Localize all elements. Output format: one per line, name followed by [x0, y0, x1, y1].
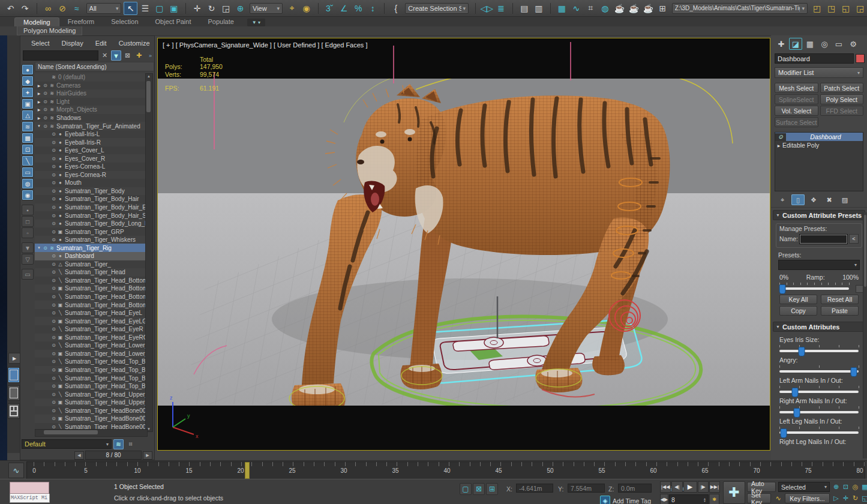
- node-type-icon[interactable]: ▣: [57, 286, 64, 291]
- visibility-eye-icon[interactable]: ⊙: [50, 172, 57, 178]
- key-all-button[interactable]: Key All: [779, 295, 817, 304]
- display-misc-toggle[interactable]: ▫: [22, 227, 34, 238]
- node-type-icon[interactable]: ●: [57, 221, 64, 226]
- display-lights-toggle[interactable]: ✦: [22, 87, 34, 98]
- unlink-selection-button[interactable]: ⊘: [56, 2, 70, 15]
- expand-arrow-icon[interactable]: ▼: [36, 246, 42, 250]
- ribbon-minimize-button[interactable]: ▼ ▾: [247, 19, 265, 26]
- node-type-icon[interactable]: ╲: [57, 343, 64, 348]
- tree-item[interactable]: ▼⊙≋Sumatran_Tiger_Fur_Animated: [35, 122, 148, 130]
- node-type-icon[interactable]: ╲: [57, 269, 64, 275]
- node-type-icon[interactable]: ●: [57, 188, 64, 194]
- lock-explorer-icon[interactable]: ⊠: [122, 50, 133, 61]
- visibility-eye-icon[interactable]: ⊙: [50, 278, 57, 283]
- node-type-icon[interactable]: ╲: [57, 392, 64, 397]
- node-type-icon[interactable]: ╲: [57, 376, 64, 381]
- node-type-icon[interactable]: ▣: [57, 335, 64, 340]
- ribbon-tab-populate[interactable]: Populate: [199, 17, 242, 26]
- visibility-eye-icon[interactable]: ⊙: [50, 180, 57, 185]
- visibility-eye-icon[interactable]: ⊙: [50, 213, 57, 218]
- expand-layout-tabs-button[interactable]: ▶: [8, 353, 20, 364]
- scene-explorer-search-input[interactable]: [23, 50, 98, 61]
- visibility-eye-icon[interactable]: ⊙: [42, 124, 49, 129]
- node-type-icon[interactable]: ●: [57, 253, 64, 259]
- attribute-slider[interactable]: [779, 350, 859, 352]
- node-type-icon[interactable]: ≋: [49, 83, 55, 88]
- filter-combinations-button[interactable]: ▼: [22, 242, 34, 253]
- play-button[interactable]: ▶: [683, 481, 697, 493]
- node-type-icon[interactable]: ●: [57, 131, 64, 137]
- visibility-eye-icon[interactable]: ⊙: [50, 376, 57, 381]
- poly-select-button[interactable]: Poly Select: [820, 94, 864, 104]
- visibility-eye-icon[interactable]: ⊙: [50, 269, 57, 275]
- tree-item[interactable]: ⊙▣Sumatran_Tiger_GRP: [35, 227, 148, 236]
- pan-view-icon[interactable]: ✛: [841, 493, 850, 503]
- node-type-icon[interactable]: ≋: [49, 99, 55, 104]
- vol-select-button[interactable]: Vol. Select: [775, 106, 818, 116]
- frame-spinner[interactable]: ▲▼: [703, 497, 706, 502]
- visibility-eye-icon[interactable]: ⊙: [50, 229, 57, 235]
- visibility-eye-icon[interactable]: ⊙: [42, 115, 49, 121]
- sort-by-layer-icon[interactable]: ≋: [113, 439, 124, 449]
- tree-item[interactable]: ⊙╲Sumatran_Tiger_Head: [35, 268, 148, 277]
- tree-item[interactable]: ⊙△Sumatran_Tiger_: [35, 260, 148, 269]
- display-materials-toggle[interactable]: ◍: [22, 178, 34, 189]
- toggle-layer-explorer-button[interactable]: ▥: [532, 2, 545, 15]
- key-filters-button[interactable]: Key Filters...: [785, 493, 830, 503]
- tree-item[interactable]: ⊙●Sumatran_Tiger_Body_Hair: [35, 195, 148, 203]
- visibility-eye-icon[interactable]: ⊙: [50, 392, 57, 397]
- tree-item[interactable]: ⊙╲Sumatran_Tiger_HeadBone001Bone0: [35, 406, 148, 415]
- slider-handle[interactable]: [798, 347, 805, 356]
- reset-all-button[interactable]: Reset All: [821, 295, 859, 304]
- selection-region-icon[interactable]: ▢: [460, 483, 472, 495]
- display-xrefs-toggle[interactable]: ⊡: [22, 144, 34, 155]
- go-to-end-button[interactable]: ▶▶|: [709, 481, 720, 493]
- node-type-icon[interactable]: ▣: [57, 229, 64, 235]
- make-unique-button[interactable]: ❖: [807, 194, 820, 205]
- node-type-icon[interactable]: ╲: [57, 408, 64, 413]
- show-end-result-button[interactable]: ▯: [791, 194, 805, 205]
- scrollbar-thumb[interactable]: [146, 81, 151, 112]
- visibility-eye-icon[interactable]: ⊙: [50, 188, 57, 194]
- current-frame-field[interactable]: 8 ▲▼: [669, 494, 709, 504]
- visibility-eye-icon[interactable]: ⊙: [50, 253, 57, 259]
- visibility-eye-icon[interactable]: ⊙: [50, 335, 57, 340]
- zoom-region-icon[interactable]: ▷: [832, 493, 841, 503]
- stack-item[interactable]: ⊙Dashboard: [775, 133, 863, 141]
- stack-visibility-eye-icon[interactable]: ⊙: [775, 133, 786, 141]
- visibility-eye-icon[interactable]: ⊙: [50, 351, 57, 356]
- clear-search-icon[interactable]: ✕: [100, 50, 110, 61]
- create-key-plus-button[interactable]: ✚: [723, 481, 745, 504]
- visibility-eye-icon[interactable]: ⊙: [42, 83, 49, 88]
- visibility-eye-icon[interactable]: ⊙: [50, 359, 57, 364]
- tree-item[interactable]: ≋0 (default): [35, 73, 148, 82]
- viewport-layout-tab-3[interactable]: [8, 403, 20, 419]
- named-selection-set-dropdown[interactable]: Create Selection Se▾: [405, 3, 469, 14]
- visibility-eye-icon[interactable]: ⊙: [50, 326, 57, 332]
- tree-item[interactable]: ⊙●Eyes-Cornea-L: [35, 163, 148, 171]
- polygon-modeling-panel-label[interactable]: Polygon Modeling: [17, 26, 82, 35]
- time-slider-frame-indicator[interactable]: 8 / 80: [85, 451, 142, 460]
- attribute-slider[interactable]: [779, 431, 859, 434]
- scrollbar-thumb[interactable]: [44, 430, 98, 434]
- key-step-back-icon[interactable]: ◀▶: [660, 494, 668, 504]
- spinner-snap-toggle[interactable]: ↕: [366, 2, 380, 15]
- visibility-eye-icon[interactable]: ⊙: [50, 140, 57, 145]
- maxscript-mini-listener[interactable]: MAXScript Mi: [10, 482, 48, 502]
- scroll-up-icon[interactable]: ▲: [146, 74, 151, 78]
- visibility-eye-icon[interactable]: ⊙: [50, 262, 57, 267]
- visibility-eye-icon[interactable]: ⊙: [50, 156, 57, 161]
- mesh-select-button[interactable]: Mesh Select: [775, 83, 818, 93]
- toggle-ribbon-button[interactable]: ▦: [555, 2, 569, 15]
- visibility-eye-icon[interactable]: ⊙: [42, 107, 49, 112]
- viewport-label[interactable]: [ + ] [ PhysCamera_Signature_Wide ] [ Us…: [163, 41, 367, 49]
- snaps-toggle-3d[interactable]: 3˘: [323, 2, 337, 15]
- new-key-tangent-icon[interactable]: ∿: [773, 493, 784, 503]
- tree-item[interactable]: ▶⊙≋Cameras: [35, 82, 148, 90]
- display-frozen-toggle[interactable]: ▪: [22, 205, 34, 215]
- undo-button[interactable]: ↶: [4, 2, 17, 15]
- zoom-icon[interactable]: ⊕: [832, 481, 841, 492]
- tree-item[interactable]: ⊙▣Sumatran_Tiger_Head_Top_BrowLGiz: [35, 366, 148, 374]
- visibility-eye-icon[interactable]: ⊙: [50, 237, 57, 242]
- tree-item[interactable]: ⊙●Sumatran_Tiger_Body: [35, 187, 148, 196]
